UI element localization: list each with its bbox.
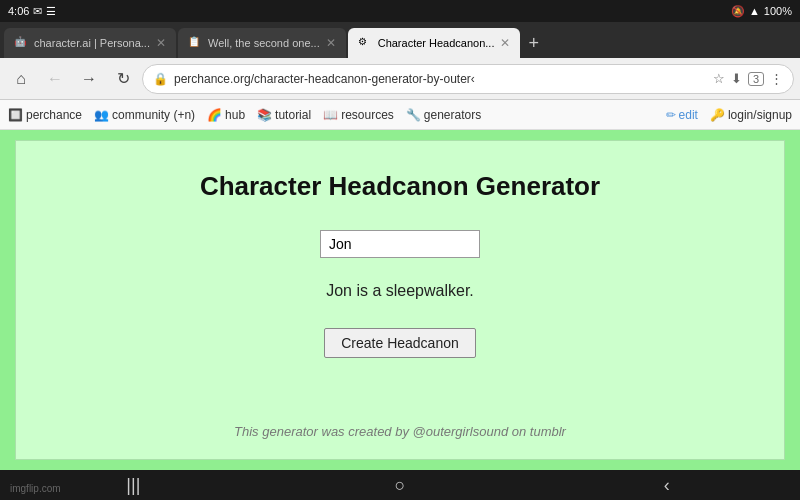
bottom-bar: ||| ○ ‹ imgflip.com bbox=[0, 470, 800, 500]
menu-icon[interactable]: ⋮ bbox=[770, 71, 783, 86]
wifi-icon: ▲ bbox=[749, 5, 760, 17]
edit-label: edit bbox=[679, 108, 698, 122]
tab3-icon: ⚙ bbox=[358, 36, 372, 50]
status-right: 🔕 ▲ 100% bbox=[731, 5, 792, 18]
page-title: Character Headcanon Generator bbox=[200, 171, 600, 202]
home-nav-button[interactable]: ○ bbox=[267, 475, 534, 496]
toolbar-edit[interactable]: ✏ edit bbox=[666, 108, 698, 122]
forward-button[interactable]: → bbox=[74, 64, 104, 94]
new-tab-button[interactable]: + bbox=[522, 28, 545, 58]
resources-icon: 📖 bbox=[323, 108, 338, 122]
nav-bar: ⌂ ← → ↻ 🔒 perchance.org/character-headca… bbox=[0, 58, 800, 100]
toolbar-bar: 🔲 perchance 👥 community (+n) 🌈 hub 📚 tut… bbox=[0, 100, 800, 130]
toolbar-resources[interactable]: 📖 resources bbox=[323, 108, 394, 122]
resources-label: resources bbox=[341, 108, 394, 122]
page-card: Character Headcanon Generator Jon is a s… bbox=[15, 140, 785, 460]
status-bar: 4:06 ✉ ☰ 🔕 ▲ 100% bbox=[0, 0, 800, 22]
headcanon-result: Jon is a sleepwalker. bbox=[326, 282, 474, 300]
tab1-close[interactable]: ✕ bbox=[156, 36, 166, 50]
tab2-label: Well, the second one... bbox=[208, 37, 320, 49]
watermark: imgflip.com bbox=[10, 483, 61, 494]
login-icon: 🔑 bbox=[710, 108, 725, 122]
generators-icon: 🔧 bbox=[406, 108, 421, 122]
footer-note: This generator was created by @outergirl… bbox=[234, 404, 566, 439]
toolbar-right: ✏ edit 🔑 login/signup bbox=[666, 108, 792, 122]
tab-headcanon[interactable]: ⚙ Character Headcanon... ✕ bbox=[348, 28, 521, 58]
toolbar-generators[interactable]: 🔧 generators bbox=[406, 108, 481, 122]
hub-icon: 🌈 bbox=[207, 108, 222, 122]
toolbar-community[interactable]: 👥 community (+n) bbox=[94, 108, 195, 122]
tutorial-icon: 📚 bbox=[257, 108, 272, 122]
mail-icon: ✉ bbox=[33, 5, 42, 18]
tab3-label: Character Headcanon... bbox=[378, 37, 495, 49]
character-name-input[interactable] bbox=[320, 230, 480, 258]
tab2-close[interactable]: ✕ bbox=[326, 36, 336, 50]
hub-label: hub bbox=[225, 108, 245, 122]
back-button[interactable]: ← bbox=[40, 64, 70, 94]
toolbar-hub[interactable]: 🌈 hub bbox=[207, 108, 245, 122]
status-left: 4:06 ✉ ☰ bbox=[8, 5, 56, 18]
star-icon[interactable]: ☆ bbox=[713, 71, 725, 86]
tab-well-second[interactable]: 📋 Well, the second one... ✕ bbox=[178, 28, 346, 58]
tutorial-label: tutorial bbox=[275, 108, 311, 122]
tab3-close[interactable]: ✕ bbox=[500, 36, 510, 50]
tab-character-ai[interactable]: 🤖 character.ai | Persona... ✕ bbox=[4, 28, 176, 58]
notification-icon: ☰ bbox=[46, 5, 56, 18]
toolbar-login[interactable]: 🔑 login/signup bbox=[710, 108, 792, 122]
mute-icon: 🔕 bbox=[731, 5, 745, 18]
tab-bar: 🤖 character.ai | Persona... ✕ 📋 Well, th… bbox=[0, 22, 800, 58]
url-text: perchance.org/character-headcanon-genera… bbox=[174, 72, 707, 86]
perchance-icon: 🔲 bbox=[8, 108, 23, 122]
edit-icon: ✏ bbox=[666, 108, 676, 122]
toolbar-tutorial[interactable]: 📚 tutorial bbox=[257, 108, 311, 122]
community-icon: 👥 bbox=[94, 108, 109, 122]
browser-content: Character Headcanon Generator Jon is a s… bbox=[0, 130, 800, 470]
url-icons: ☆ ⬇ 3 ⋮ bbox=[713, 71, 783, 86]
tab1-icon: 🤖 bbox=[14, 36, 28, 50]
perchance-label: perchance bbox=[26, 108, 82, 122]
toolbar-perchance[interactable]: 🔲 perchance bbox=[8, 108, 82, 122]
battery-level: 100% bbox=[764, 5, 792, 17]
back-nav-button[interactable]: ‹ bbox=[533, 475, 800, 496]
login-label: login/signup bbox=[728, 108, 792, 122]
tab2-icon: 📋 bbox=[188, 36, 202, 50]
home-button[interactable]: ⌂ bbox=[6, 64, 36, 94]
community-label: community (+n) bbox=[112, 108, 195, 122]
create-headcanon-button[interactable]: Create Headcanon bbox=[324, 328, 476, 358]
generators-label: generators bbox=[424, 108, 481, 122]
tab1-label: character.ai | Persona... bbox=[34, 37, 150, 49]
reload-button[interactable]: ↻ bbox=[108, 64, 138, 94]
lock-icon: 🔒 bbox=[153, 72, 168, 86]
url-bar[interactable]: 🔒 perchance.org/character-headcanon-gene… bbox=[142, 64, 794, 94]
tab-count-badge[interactable]: 3 bbox=[748, 72, 764, 86]
download-icon[interactable]: ⬇ bbox=[731, 71, 742, 86]
time-display: 4:06 bbox=[8, 5, 29, 17]
